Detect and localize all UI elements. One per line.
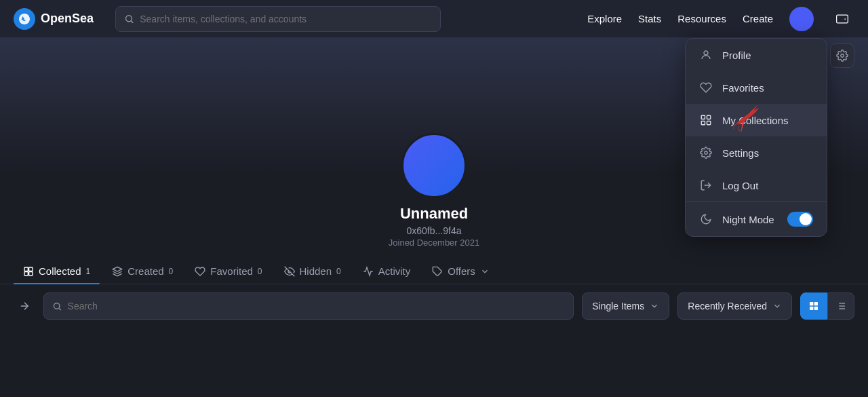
svg-point-18 [54, 303, 59, 308]
recently-received-dropdown[interactable]: Recently Received [677, 292, 792, 320]
svg-point-1 [126, 15, 132, 21]
dropdown-settings[interactable]: Settings [686, 136, 827, 169]
nav-stats[interactable]: Stats [638, 13, 661, 24]
collection-search-bar[interactable] [43, 292, 574, 320]
navbar: OpenSea Explore Stats Resources Create [0, 0, 868, 38]
heart-icon [699, 81, 713, 94]
tab-offers[interactable]: Offers [422, 259, 499, 284]
svg-rect-14 [29, 271, 33, 275]
profile-address: 0x60fb...9f4a [407, 225, 462, 236]
profile-joined: Joined December 2021 [389, 238, 479, 248]
svg-rect-7 [707, 121, 711, 125]
list-view-button[interactable] [827, 292, 854, 320]
list-view-icon [835, 301, 846, 311]
svg-point-3 [704, 51, 708, 55]
dropdown-profile-label: Profile [722, 50, 813, 61]
night-mode-toggle[interactable] [787, 212, 813, 227]
grid-icon [699, 113, 713, 127]
svg-rect-6 [701, 121, 705, 125]
settings-gear-icon [836, 50, 848, 62]
collected-icon [23, 266, 34, 277]
grid-view-icon [808, 301, 819, 311]
tab-created[interactable]: Created 0 [102, 259, 182, 284]
tab-favorited[interactable]: Favorited 0 [185, 259, 271, 284]
dropdown-settings-label: Settings [722, 147, 813, 159]
dropdown-logout-label: Log Out [722, 180, 813, 191]
arrow-right-icon [18, 300, 31, 312]
back-button[interactable] [14, 295, 35, 317]
svg-rect-4 [701, 115, 705, 119]
tab-hidden[interactable]: Hidden 0 [275, 259, 351, 284]
created-icon [112, 266, 123, 277]
nav-links: Explore Stats Resources Create [587, 7, 854, 31]
logo-text: OpenSea [41, 12, 94, 26]
opensea-logo-icon [14, 8, 35, 30]
svg-rect-19 [810, 302, 813, 305]
profile-settings-button[interactable] [830, 43, 854, 68]
nav-create[interactable]: Create [743, 13, 773, 24]
svg-rect-2 [837, 15, 848, 23]
tab-collected-count: 1 [86, 267, 91, 276]
single-items-dropdown[interactable]: Single Items [582, 292, 669, 320]
dropdown-night-mode-label: Night Mode [722, 214, 778, 225]
search-bar[interactable] [115, 6, 441, 32]
single-items-label: Single Items [592, 301, 644, 311]
dropdown-profile[interactable]: Profile [686, 39, 827, 71]
recently-received-chevron-icon [772, 301, 782, 311]
activity-icon [363, 266, 374, 277]
svg-point-10 [841, 54, 844, 58]
nav-explore[interactable]: Explore [587, 13, 622, 24]
search-bottom-icon [52, 301, 62, 311]
profile-avatar [401, 133, 467, 198]
hidden-icon [284, 266, 295, 277]
tab-created-label: Created [127, 265, 163, 277]
dropdown-logout[interactable]: Log Out [686, 169, 827, 202]
search-input[interactable] [140, 14, 432, 24]
svg-rect-13 [24, 271, 28, 275]
tab-favorited-count: 0 [258, 267, 262, 276]
chevron-down-icon [480, 267, 490, 276]
favorited-icon [195, 266, 205, 277]
logo-area[interactable]: OpenSea [14, 8, 94, 30]
user-avatar[interactable] [789, 7, 814, 31]
grid-view-button[interactable] [800, 292, 827, 320]
dropdown-favorites-label: Favorites [722, 82, 813, 94]
collection-search-input[interactable] [68, 301, 566, 311]
person-icon [699, 48, 713, 62]
single-items-chevron-icon [650, 301, 659, 311]
dropdown-favorites[interactable]: Favorites [686, 71, 827, 104]
tab-hidden-count: 0 [336, 267, 341, 276]
view-toggle [800, 292, 854, 320]
svg-rect-12 [29, 267, 33, 271]
toggle-knob [800, 213, 812, 225]
svg-rect-20 [814, 302, 818, 305]
svg-rect-5 [707, 115, 711, 119]
bottom-bar: Single Items Recently Received [0, 284, 868, 328]
tab-offers-label: Offers [448, 265, 475, 277]
tab-favorited-label: Favorited [210, 265, 253, 277]
tab-activity[interactable]: Activity [353, 259, 420, 284]
nav-resources[interactable]: Resources [677, 13, 726, 24]
svg-rect-21 [810, 307, 813, 310]
svg-rect-22 [814, 307, 818, 310]
svg-point-8 [705, 151, 708, 155]
tabs-bar: Collected 1 Created 0 Favorited 0 Hidden [0, 259, 868, 284]
tab-hidden-label: Hidden [300, 265, 332, 277]
tab-collected-label: Collected [39, 265, 81, 277]
svg-rect-11 [24, 267, 28, 271]
profile-name: Unnamed [400, 205, 468, 223]
moon-icon [699, 212, 713, 226]
tab-created-count: 0 [169, 267, 174, 276]
recently-received-label: Recently Received [688, 301, 767, 311]
search-icon [124, 14, 134, 24]
gear-icon [699, 146, 713, 159]
tab-collected[interactable]: Collected 1 [14, 259, 100, 284]
dropdown-night-mode[interactable]: Night Mode [686, 202, 827, 236]
logout-icon [699, 178, 713, 192]
offers-icon [432, 266, 443, 277]
wallet-icon[interactable] [830, 7, 854, 31]
tab-activity-label: Activity [378, 265, 411, 277]
